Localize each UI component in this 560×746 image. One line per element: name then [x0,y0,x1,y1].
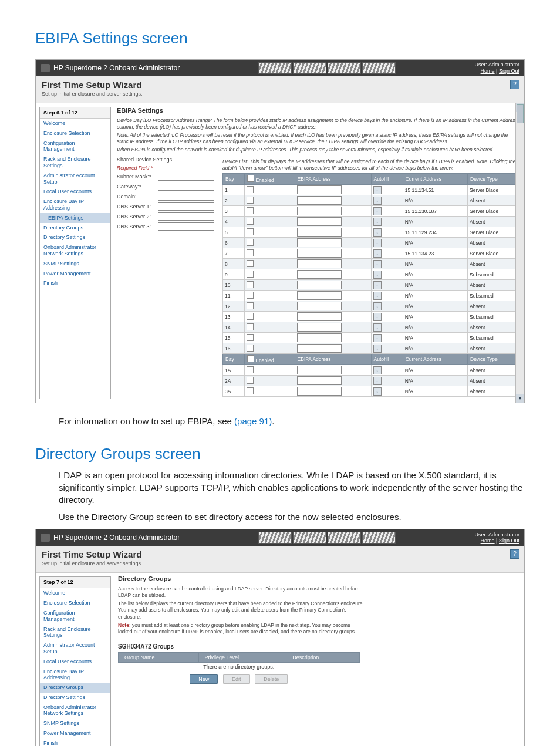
enable-all-checkbox[interactable] [247,175,254,182]
sidebar-item[interactable]: Enclosure Selection [40,129,110,139]
autofill-button[interactable]: ↓ [373,281,382,289]
home-link[interactable]: Home [481,538,495,544]
help-button[interactable]: ? [510,549,519,559]
ebipa-address-input[interactable] [297,333,342,342]
page-91-link[interactable]: (page 91) [234,416,272,426]
ebipa-address-input[interactable] [297,323,342,332]
autofill-button[interactable]: ↓ [373,260,382,268]
enabled-checkbox[interactable] [247,228,254,235]
enabled-checkbox[interactable] [247,313,254,320]
autofill-button[interactable]: ↓ [373,323,382,332]
sidebar-item[interactable]: Onboard Administrator Network Settings [40,242,110,259]
sidebar-item[interactable]: Power Management [40,269,110,279]
autofill-button[interactable]: ↓ [373,292,382,300]
signout-link[interactable]: Sign Out [499,68,519,74]
enabled-checkbox[interactable] [247,334,254,341]
autofill-button[interactable]: ↓ [373,249,382,258]
enabled-checkbox[interactable] [247,377,254,384]
ebipa-address-input[interactable] [297,291,342,300]
dns1-input[interactable] [158,202,214,211]
enabled-checkbox[interactable] [247,186,254,193]
signout-link[interactable]: Sign Out [499,538,519,544]
sidebar-item[interactable]: SNMP Settings [40,259,110,269]
dns3-input[interactable] [158,222,214,231]
scroll-thumb[interactable] [517,104,524,123]
sidebar-item[interactable]: Rack and Enclosure Settings [40,625,110,641]
dns2-input[interactable] [158,212,214,221]
sidebar-item[interactable]: Local User Accounts [40,657,110,667]
sidebar-item[interactable]: Enclosure Bay IP Addressing [40,667,110,683]
edit-button[interactable]: Edit [223,674,250,684]
sidebar-item[interactable]: Administrator Account Setup [40,640,110,657]
autofill-button[interactable]: ↓ [373,313,382,321]
scrollbar[interactable]: ▴ ▾ [515,103,524,403]
sidebar-item[interactable]: Enclosure Bay IP Addressing [40,197,110,213]
ebipa-address-input[interactable] [297,281,342,289]
sidebar-item[interactable]: Configuration Management [40,139,110,155]
enabled-checkbox[interactable] [247,271,254,278]
scroll-down-icon[interactable]: ▾ [516,394,524,403]
sidebar-item[interactable]: Welcome [40,119,110,129]
sidebar-item[interactable]: Local User Accounts [40,187,110,197]
sidebar-item[interactable]: Directory Settings [40,232,110,242]
sidebar-item[interactable]: Administrator Account Setup [40,171,110,187]
sidebar-item[interactable]: Configuration Management [40,608,110,625]
autofill-button[interactable]: ↓ [373,228,382,237]
sidebar-item[interactable]: Finish [40,278,110,288]
enabled-checkbox[interactable] [247,239,254,246]
sidebar-item[interactable]: SNMP Settings [40,718,110,728]
sidebar-item[interactable]: Welcome [40,588,110,598]
enabled-checkbox[interactable] [247,366,254,373]
sidebar-item[interactable]: Enclosure Selection [40,598,110,608]
autofill-button[interactable]: ↓ [373,239,382,247]
ebipa-address-input[interactable] [297,217,342,226]
autofill-button[interactable]: ↓ [373,345,382,353]
ebipa-address-input[interactable] [297,376,342,385]
ebipa-address-input[interactable] [297,207,342,215]
enabled-checkbox[interactable] [247,281,254,288]
sidebar-item[interactable]: EBIPA Settings [40,213,110,223]
autofill-button[interactable]: ↓ [373,218,382,226]
autofill-button[interactable]: ↓ [373,366,382,374]
autofill-button[interactable]: ↓ [373,387,382,396]
autofill-button[interactable]: ↓ [373,302,382,310]
enabled-checkbox[interactable] [247,345,254,352]
sidebar-item[interactable]: Directory Groups [40,683,110,693]
ebipa-address-input[interactable] [297,366,342,374]
autofill-button[interactable]: ↓ [373,186,382,194]
enable-all-checkbox[interactable] [247,355,254,362]
enabled-checkbox[interactable] [247,260,254,267]
ebipa-address-input[interactable] [297,185,342,194]
sidebar-item[interactable]: Directory Groups [40,223,110,233]
autofill-button[interactable]: ↓ [373,207,382,215]
autofill-button[interactable]: ↓ [373,377,382,385]
enabled-checkbox[interactable] [247,207,254,214]
enabled-checkbox[interactable] [247,387,254,394]
autofill-button[interactable]: ↓ [373,197,382,205]
sidebar-item[interactable]: Power Management [40,728,110,738]
autofill-button[interactable]: ↓ [373,271,382,279]
ebipa-address-input[interactable] [297,259,342,268]
sidebar-item[interactable]: Directory Settings [40,693,110,703]
ebipa-address-input[interactable] [297,196,342,205]
new-button[interactable]: New [190,674,218,684]
autofill-button[interactable]: ↓ [373,334,382,342]
ebipa-address-input[interactable] [297,302,342,310]
ebipa-address-input[interactable] [297,387,342,396]
gateway-input[interactable] [158,183,214,191]
enabled-checkbox[interactable] [247,323,254,330]
ebipa-address-input[interactable] [297,270,342,279]
ebipa-address-input[interactable] [297,344,342,353]
home-link[interactable]: Home [481,68,495,74]
sidebar-item[interactable]: Onboard Administrator Network Settings [40,703,110,719]
subnet-input[interactable] [158,173,214,181]
enabled-checkbox[interactable] [247,292,254,299]
enabled-checkbox[interactable] [247,302,254,309]
sidebar-item[interactable]: Rack and Enclosure Settings [40,154,110,171]
ebipa-address-input[interactable] [297,228,342,237]
ebipa-address-input[interactable] [297,249,342,258]
delete-button[interactable]: Delete [255,674,288,684]
enabled-checkbox[interactable] [247,197,254,204]
enabled-checkbox[interactable] [247,249,254,256]
enabled-checkbox[interactable] [247,218,254,225]
